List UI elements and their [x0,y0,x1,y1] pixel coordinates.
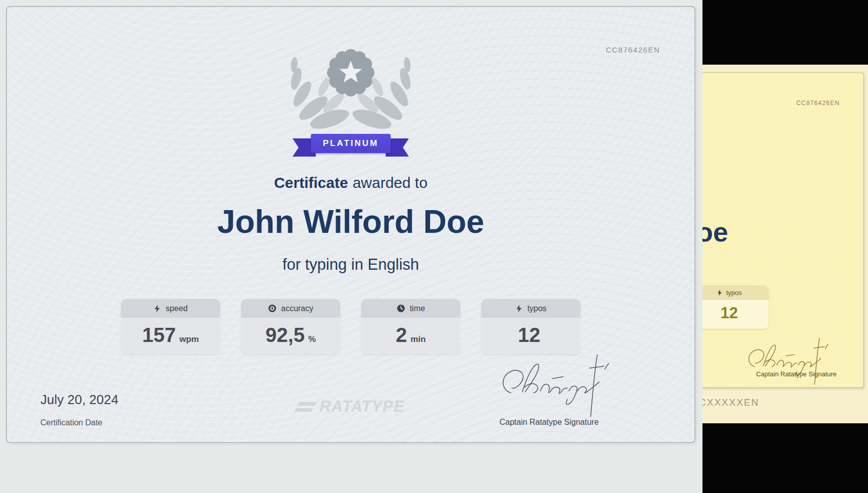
secondary-certificate-id: CC876426EN [796,100,840,107]
certification-date-label: Certification Date [40,418,102,427]
stat-value: 12 [518,325,540,345]
main-certificate: CC876426EN [6,6,695,443]
stat-card-accuracy: accuracy 92,5 % [241,299,340,354]
ribbon-label: PLATINUM [323,138,379,149]
secondary-stat-card-typos: typos 12 [702,285,769,329]
signature-label: Captain Ratatype Signature [473,418,625,427]
heading-bold: Certificate [274,174,348,191]
stat-unit: % [308,334,316,344]
secondary-signature-label: Captain Ratatype Signature [746,370,847,378]
rosette-star-icon [327,49,374,96]
certificate-id: CC876426EN [606,45,660,54]
certificate-preview-stage: CC876426EN [0,0,868,493]
platinum-ribbon: PLATINUM [7,134,694,153]
stat-label: typos [527,304,547,313]
stat-value: 2 [396,325,407,345]
secondary-certificate-area: CXXXXXEN CC876426EN oe typos 12 [702,0,868,493]
ratatype-logo-mark-icon [294,402,316,412]
stat-card-time: time 2 min [361,299,460,354]
signature-script [491,342,617,423]
heading-rest: awarded to [353,174,427,191]
laurel-wreath-icon [275,43,426,137]
stat-value: 92,5 [265,325,305,345]
stat-card-speed: speed 157 wpm [121,299,220,354]
recipient-name: John Wilford Doe [7,203,694,240]
clock-icon [397,304,405,313]
certificate-subtitle: for typing in English [7,256,694,274]
ratatype-logo-text: RATATYPE [319,398,404,416]
stat-value: 157 [142,325,176,345]
lightning-icon [717,289,723,297]
stat-unit: min [411,334,426,344]
stat-unit: wpm [180,334,199,344]
lightning-icon [515,304,523,313]
stat-label: typos [726,289,742,297]
certificate-heading: Certificateawarded to [7,174,694,191]
secondary-signature-script [744,329,830,389]
secondary-certificate: CC876426EN oe typos 12 [702,72,864,388]
secondary-name-fragment: oe [702,216,728,248]
stat-label: time [410,304,425,313]
main-certificate-area: CC876426EN [0,0,702,493]
stat-value: 12 [721,305,738,321]
target-icon [268,304,277,313]
stat-label: speed [166,304,188,313]
stat-label: accuracy [281,304,313,313]
secondary-footer-code: CXXXXXEN [702,397,759,408]
lightning-icon [153,304,161,313]
